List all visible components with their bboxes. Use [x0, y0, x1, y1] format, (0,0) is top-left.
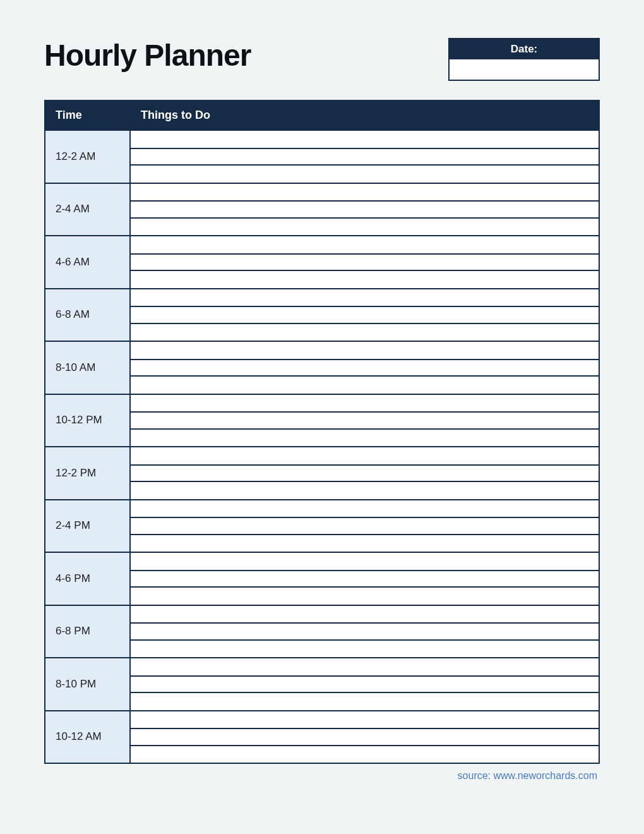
time-cell: 2-4 PM — [45, 500, 131, 552]
todo-entry-input[interactable] — [131, 185, 599, 202]
things-cell — [131, 236, 599, 288]
todo-entry-input[interactable] — [131, 518, 599, 535]
table-row: 4-6 PM — [45, 552, 599, 605]
things-cell — [131, 289, 599, 341]
todo-entry-input[interactable] — [131, 466, 599, 483]
time-cell: 6-8 AM — [45, 289, 131, 341]
table-row: 12-2 AM — [45, 130, 599, 183]
todo-entry-input[interactable] — [131, 149, 599, 166]
todo-entry-input[interactable] — [131, 413, 599, 430]
todo-entry-input[interactable] — [131, 271, 599, 288]
todo-entry-input[interactable] — [131, 535, 599, 552]
table-header: Time Things to Do — [45, 101, 599, 130]
time-cell: 4-6 PM — [45, 553, 131, 605]
todo-entry-input[interactable] — [131, 502, 599, 519]
todo-entry-input[interactable] — [131, 746, 599, 763]
date-input[interactable] — [450, 59, 599, 80]
table-row: 2-4 PM — [45, 499, 599, 552]
todo-entry-input[interactable] — [131, 677, 599, 694]
todo-entry-input[interactable] — [131, 449, 599, 466]
things-cell — [131, 500, 599, 552]
todo-entry-input[interactable] — [131, 641, 599, 658]
planner-table: Time Things to Do 12-2 AM2-4 AM4-6 AM6-8… — [44, 100, 600, 764]
todo-entry-input[interactable] — [131, 343, 599, 360]
table-row: 10-12 AM — [45, 710, 599, 763]
things-cell — [131, 658, 599, 710]
things-cell — [131, 184, 599, 236]
time-cell: 8-10 AM — [45, 342, 131, 394]
todo-entry-input[interactable] — [131, 588, 599, 605]
things-cell — [131, 447, 599, 499]
time-cell: 10-12 AM — [45, 711, 131, 763]
page-title: Hourly Planner — [44, 38, 251, 73]
table-row: 4-6 AM — [45, 235, 599, 288]
things-cell — [131, 553, 599, 605]
things-cell — [131, 131, 599, 183]
time-cell: 8-10 PM — [45, 658, 131, 710]
todo-entry-input[interactable] — [131, 377, 599, 394]
time-cell: 6-8 PM — [45, 606, 131, 658]
time-cell: 12-2 PM — [45, 447, 131, 499]
todo-entry-input[interactable] — [131, 219, 599, 236]
todo-entry-input[interactable] — [131, 482, 599, 499]
todo-entry-input[interactable] — [131, 255, 599, 272]
todo-entry-input[interactable] — [131, 307, 599, 324]
things-cell — [131, 395, 599, 447]
table-row: 8-10 AM — [45, 341, 599, 394]
table-row: 2-4 AM — [45, 183, 599, 236]
todo-entry-input[interactable] — [131, 430, 599, 447]
things-cell — [131, 342, 599, 394]
todo-entry-input[interactable] — [131, 132, 599, 149]
table-row: 10-12 PM — [45, 394, 599, 447]
todo-entry-input[interactable] — [131, 571, 599, 588]
source-attribution: source: www.neworchards.com — [44, 770, 600, 782]
column-header-time: Time — [45, 101, 131, 130]
table-row: 8-10 PM — [45, 657, 599, 710]
todo-entry-input[interactable] — [131, 202, 599, 219]
todo-entry-input[interactable] — [131, 693, 599, 710]
todo-entry-input[interactable] — [131, 324, 599, 341]
todo-entry-input[interactable] — [131, 713, 599, 730]
time-cell: 12-2 AM — [45, 131, 131, 183]
time-cell: 4-6 AM — [45, 236, 131, 288]
todo-entry-input[interactable] — [131, 396, 599, 413]
things-cell — [131, 711, 599, 763]
column-header-things: Things to Do — [131, 101, 599, 130]
todo-entry-input[interactable] — [131, 291, 599, 308]
todo-entry-input[interactable] — [131, 554, 599, 571]
table-row: 6-8 PM — [45, 605, 599, 658]
date-box: Date: — [448, 38, 600, 81]
table-row: 12-2 PM — [45, 446, 599, 499]
date-label: Date: — [450, 39, 599, 59]
todo-entry-input[interactable] — [131, 607, 599, 624]
todo-entry-input[interactable] — [131, 238, 599, 255]
time-cell: 10-12 PM — [45, 395, 131, 447]
todo-entry-input[interactable] — [131, 360, 599, 377]
todo-entry-input[interactable] — [131, 660, 599, 677]
time-cell: 2-4 AM — [45, 184, 131, 236]
todo-entry-input[interactable] — [131, 624, 599, 641]
todo-entry-input[interactable] — [131, 166, 599, 183]
things-cell — [131, 606, 599, 658]
todo-entry-input[interactable] — [131, 729, 599, 746]
table-row: 6-8 AM — [45, 288, 599, 341]
